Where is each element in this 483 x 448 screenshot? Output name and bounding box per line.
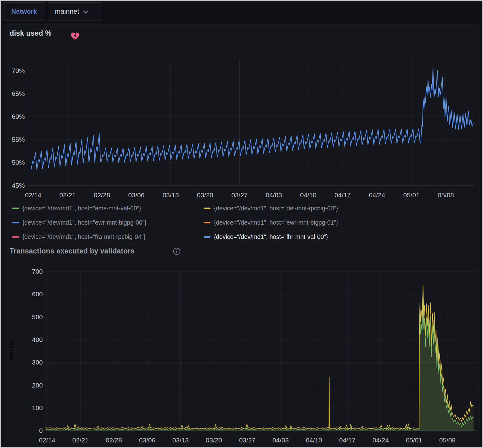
legend-swatch (204, 236, 210, 238)
y-axis-labels: 0100200300400500600700 (32, 268, 43, 434)
svg-text:05/08: 05/08 (438, 191, 454, 199)
svg-text:400: 400 (32, 336, 43, 343)
legend-item[interactable]: {device="/dev/md1", host="lhr-mnt-val-00… (204, 232, 338, 241)
transactions-series-line (46, 301, 473, 430)
svg-text:300: 300 (32, 359, 43, 366)
network-value-text: mainnet (55, 7, 79, 16)
svg-text:02/28: 02/28 (106, 437, 122, 444)
legend-label: {device="/dev/md1", host="ewr-mnt-bigpg-… (214, 219, 338, 226)
grid (46, 270, 477, 431)
legend-swatch (12, 222, 19, 223)
grid (28, 59, 475, 186)
svg-text:500: 500 (32, 313, 43, 320)
legend-label: {device="/dev/md1", host="ewr-mnt-bigpg-… (22, 219, 147, 226)
svg-text:05/01: 05/01 (406, 437, 422, 444)
panel-transactions-title[interactable]: Transactions executed by validators (10, 247, 135, 255)
panel-disk-used-title[interactable]: disk used % (10, 29, 51, 38)
svg-text:04/17: 04/17 (339, 437, 356, 444)
transactions-series-area (46, 301, 473, 431)
legend-swatch (12, 236, 19, 238)
svg-text:04/03: 04/03 (273, 437, 289, 444)
legend-swatch (12, 208, 19, 209)
svg-text:03/27: 03/27 (231, 191, 248, 199)
transactions-chart[interactable]: 010020030040050060070002/1402/2102/2803/… (0, 258, 483, 447)
svg-text:0: 0 (39, 427, 43, 434)
transactions-series-line (46, 286, 473, 429)
svg-text:02/14: 02/14 (25, 191, 42, 199)
svg-text:55%: 55% (12, 136, 25, 143)
svg-text:65%: 65% (12, 90, 25, 97)
transactions-series-area (46, 286, 473, 431)
legend-item[interactable]: {device="/dev/md1", host="del-mnt-rpcbig… (204, 204, 338, 213)
x-axis-labels: 02/1402/2102/2803/0603/1303/2003/2704/03… (25, 191, 454, 199)
info-icon[interactable] (173, 247, 181, 255)
grafana-dashboard: Network mainnet disk used % {device="/de… (0, 0, 483, 448)
legend-label: {device="/dev/md1", host="ams-mnt-val-00… (22, 205, 141, 212)
svg-text:600: 600 (32, 290, 43, 298)
svg-text:200: 200 (32, 382, 43, 389)
svg-text:02/21: 02/21 (60, 191, 76, 199)
legend-label: {device="/dev/md1", host="lhr-mnt-val-00… (214, 233, 328, 240)
svg-text:50%: 50% (12, 159, 25, 166)
legend-label: {device="/dev/md1", host="fra-mnt-rpcbig… (22, 233, 145, 240)
svg-text:03/20: 03/20 (197, 191, 213, 199)
legend-swatch (204, 208, 210, 209)
disk-used-chart[interactable]: 45%50%55%60%65%70%02/1402/2102/2803/0603… (0, 47, 483, 203)
x-axis-labels: 02/1402/2102/2803/0603/1303/2003/2704/03… (39, 437, 456, 444)
disk-used-series-line (31, 69, 473, 170)
legend-label: {device="/dev/md1", host="del-mnt-rpcbig… (214, 205, 338, 212)
svg-text:03/13: 03/13 (162, 191, 179, 199)
svg-text:03/13: 03/13 (172, 437, 189, 444)
y-axis-labels: 45%50%55%60%65%70% (12, 67, 25, 189)
svg-text:04/10: 04/10 (300, 191, 317, 199)
svg-text:05/01: 05/01 (403, 191, 420, 199)
svg-text:04/03: 04/03 (266, 191, 282, 199)
svg-text:03/27: 03/27 (239, 437, 255, 444)
svg-text:02/21: 02/21 (72, 437, 89, 444)
svg-text:60%: 60% (12, 113, 25, 120)
svg-text:100: 100 (32, 404, 43, 411)
svg-text:45%: 45% (12, 182, 25, 189)
legend-item[interactable]: {device="/dev/md1", host="ewr-mnt-bigpg-… (204, 218, 338, 227)
broken-heart-icon (71, 32, 79, 40)
y-axis-title: Cert / sec (9, 340, 14, 361)
svg-text:03/06: 03/06 (128, 191, 144, 199)
svg-text:04/17: 04/17 (335, 191, 351, 199)
legend-item[interactable]: {device="/dev/md1", host="ewr-mnt-bigpg-… (12, 218, 204, 227)
chevron-down-icon (83, 10, 88, 14)
svg-text:05/08: 05/08 (439, 437, 456, 444)
legend-item[interactable]: {device="/dev/md1", host="fra-mnt-rpcbig… (12, 232, 204, 241)
network-label-text: Network (11, 8, 37, 15)
svg-text:70%: 70% (12, 67, 25, 74)
legend-item[interactable]: {device="/dev/md1", host="ams-mnt-val-00… (12, 204, 204, 213)
svg-text:700: 700 (32, 268, 43, 275)
network-variable-label: Network (3, 2, 45, 20)
svg-text:03/20: 03/20 (206, 437, 222, 444)
svg-text:04/24: 04/24 (369, 191, 385, 199)
svg-text:04/10: 04/10 (306, 437, 322, 444)
svg-text:03/06: 03/06 (139, 437, 156, 444)
legend-swatch (204, 222, 210, 223)
disk-used-legend: {device="/dev/md1", host="ams-mnt-val-00… (12, 204, 338, 241)
svg-text:02/28: 02/28 (94, 191, 110, 199)
network-variable-dropdown[interactable]: mainnet (48, 2, 102, 20)
svg-text:02/14: 02/14 (39, 437, 55, 444)
svg-text:04/24: 04/24 (373, 437, 389, 444)
